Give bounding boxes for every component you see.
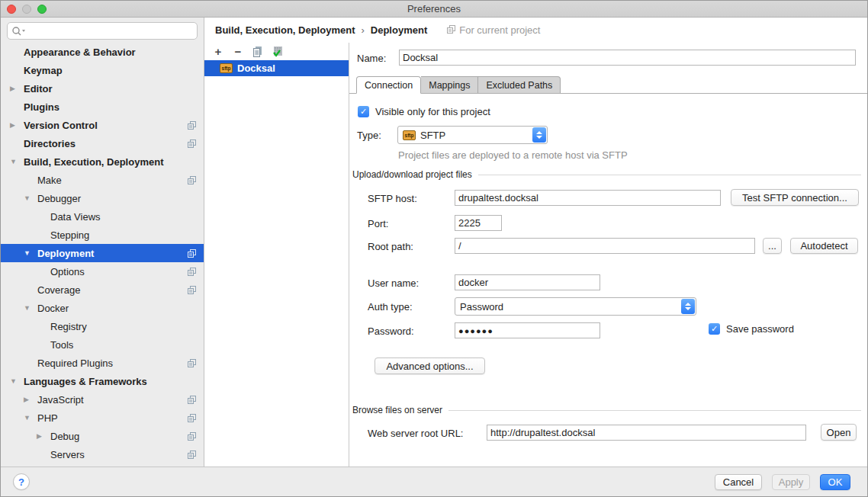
minimize-window-button[interactable] <box>22 5 31 14</box>
auth-type-label: Auth type: <box>368 299 413 315</box>
root-path-label: Root path: <box>368 239 413 255</box>
settings-sidebar: Appearance & Behavior Keymap ▶Editor Plu… <box>1 18 204 467</box>
sidebar-item-docker[interactable]: ▼Docker <box>1 299 204 317</box>
project-scope-icon <box>188 249 196 258</box>
add-server-button[interactable]: + <box>210 44 227 59</box>
deployment-content: + − sftp Docksal <box>204 43 867 467</box>
visible-only-label: Visible only for this project <box>375 104 490 120</box>
copy-server-button[interactable] <box>249 44 266 59</box>
tab-excluded-paths[interactable]: Excluded Paths <box>478 76 561 94</box>
sidebar-item-keymap[interactable]: Keymap <box>1 61 204 79</box>
port-label: Port: <box>368 216 388 232</box>
tab-mappings[interactable]: Mappings <box>421 76 478 94</box>
breadcrumb-category[interactable]: Build, Execution, Deployment <box>215 24 355 36</box>
sidebar-item-tools[interactable]: Tools <box>1 335 204 354</box>
browse-section-header: Browse files on server <box>352 405 861 415</box>
sidebar-item-javascript[interactable]: ▶JavaScript <box>1 390 204 409</box>
sftp-icon: sftp <box>220 63 233 73</box>
dropdown-stepper-icon <box>532 127 546 143</box>
breadcrumb-page: Deployment <box>371 24 427 36</box>
zoom-window-button[interactable] <box>37 5 47 14</box>
sidebar-item-version-control[interactable]: ▶Version Control <box>1 116 204 134</box>
chevron-right-icon[interactable]: ▶ <box>24 396 37 403</box>
chevron-down-icon[interactable]: ▼ <box>24 414 37 422</box>
server-list-item-docksal[interactable]: sftp Docksal <box>204 60 349 76</box>
sidebar-item-php[interactable]: ▼PHP <box>1 409 204 427</box>
sidebar-item-deployment[interactable]: ▼Deployment <box>1 244 204 262</box>
project-scope-icon <box>188 286 196 294</box>
sidebar-item-debugger[interactable]: ▼Debugger <box>1 189 204 207</box>
sidebar-item-registry[interactable]: Registry <box>1 317 204 335</box>
chevron-right-icon[interactable]: ▶ <box>10 121 24 129</box>
project-scope-icon <box>188 359 196 367</box>
chevron-right-icon[interactable]: ▶ <box>10 85 24 92</box>
sidebar-item-directories[interactable]: Directories <box>1 134 204 152</box>
sidebar-item-stepping[interactable]: Stepping <box>1 226 204 244</box>
help-button[interactable]: ? <box>13 473 30 490</box>
chevron-down-icon[interactable]: ▼ <box>24 194 37 202</box>
sidebar-item-coverage[interactable]: Coverage <box>1 281 204 299</box>
root-path-input[interactable] <box>455 238 755 254</box>
main-area: Appearance & Behavior Keymap ▶Editor Plu… <box>1 18 867 467</box>
user-name-label: User name: <box>368 275 419 291</box>
search-input[interactable] <box>7 22 198 40</box>
title-bar: Preferences <box>1 1 867 18</box>
cancel-button[interactable]: Cancel <box>715 474 762 490</box>
chevron-right-icon[interactable]: ▶ <box>37 432 50 440</box>
save-password-checkbox[interactable]: ✓ <box>709 323 720 335</box>
name-label: Name: <box>357 50 386 66</box>
remove-server-button[interactable]: − <box>230 44 246 59</box>
tab-connection[interactable]: Connection <box>356 76 421 94</box>
browse-root-path-button[interactable]: ... <box>763 238 782 254</box>
section-divider <box>478 175 861 175</box>
chevron-down-icon[interactable]: ▼ <box>24 249 37 257</box>
project-scope-icon <box>188 268 196 276</box>
sidebar-item-appearance-behavior[interactable]: Appearance & Behavior <box>1 43 204 61</box>
ok-button[interactable]: OK <box>820 474 850 490</box>
chevron-down-icon[interactable]: ▼ <box>10 158 24 165</box>
breadcrumb: Build, Execution, Deployment › Deploymen… <box>204 18 867 43</box>
sidebar-item-editor[interactable]: ▶Editor <box>1 79 204 98</box>
project-scope-icon <box>188 139 196 148</box>
project-scope-icon <box>188 176 196 184</box>
web-server-root-url-label: Web server root URL: <box>368 425 463 441</box>
type-label: Type: <box>357 127 381 143</box>
project-scope-icon <box>188 121 196 130</box>
footer-buttons: Cancel Apply OK <box>715 474 850 490</box>
password-input[interactable] <box>455 322 600 338</box>
port-input[interactable] <box>455 215 502 231</box>
sidebar-item-data-views[interactable]: Data Views <box>1 207 204 226</box>
visible-only-checkbox[interactable]: ✓ <box>358 106 369 117</box>
use-as-default-button[interactable] <box>269 44 286 59</box>
upload-section-header: Upload/download project files <box>352 169 861 180</box>
name-input[interactable] <box>399 50 856 66</box>
sidebar-item-make[interactable]: Make <box>1 171 204 189</box>
user-name-input[interactable] <box>455 274 600 290</box>
sidebar-item-required-plugins[interactable]: Required Plugins <box>1 354 204 372</box>
auth-type-select[interactable]: Password <box>455 297 696 316</box>
sidebar-item-options[interactable]: Options <box>1 262 204 281</box>
sidebar-item-plugins[interactable]: Plugins <box>1 98 204 116</box>
test-sftp-connection-button[interactable]: Test SFTP connection... <box>731 189 859 206</box>
server-settings-form: Name: Connection Mappings Excluded Paths… <box>349 43 867 467</box>
project-scope-icon <box>188 414 196 422</box>
advanced-options-button[interactable]: Advanced options... <box>375 358 485 374</box>
sidebar-item-build-execution-deployment[interactable]: ▼Build, Execution, Deployment <box>1 152 204 171</box>
type-select[interactable]: sftp SFTP <box>397 126 548 144</box>
sidebar-item-languages-frameworks[interactable]: ▼Languages & Frameworks <box>1 372 204 390</box>
chevron-down-icon[interactable]: ▼ <box>10 377 24 385</box>
web-server-root-url-input[interactable] <box>487 425 806 441</box>
sftp-icon: sftp <box>403 130 416 140</box>
autodetect-button[interactable]: Autodetect <box>790 238 858 254</box>
sftp-host-input[interactable] <box>455 190 721 206</box>
server-name: Docksal <box>237 63 275 74</box>
scope-label: For current project <box>459 24 540 36</box>
sidebar-item-debug[interactable]: ▶Debug <box>1 427 204 445</box>
close-window-button[interactable] <box>7 5 16 14</box>
dialog-footer: ? Cancel Apply OK <box>1 467 867 496</box>
open-url-button[interactable]: Open <box>821 424 857 441</box>
settings-tree: Appearance & Behavior Keymap ▶Editor Plu… <box>1 43 204 463</box>
sidebar-item-servers[interactable]: Servers <box>1 445 204 463</box>
chevron-down-icon[interactable]: ▼ <box>24 304 37 312</box>
apply-button[interactable]: Apply <box>772 474 810 490</box>
